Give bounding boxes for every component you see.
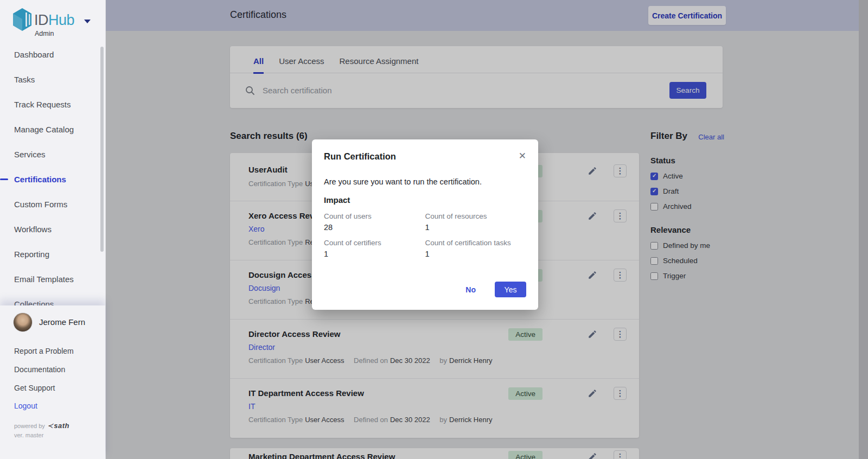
version-label: ver. master	[14, 432, 43, 438]
app-name: IDHub	[34, 12, 74, 29]
role-label: Admin	[35, 30, 54, 37]
stat-value: 1	[425, 250, 527, 258]
sidebar-item-workflows[interactable]: Workflows	[0, 217, 106, 242]
sath-logo: sath	[45, 422, 69, 430]
stat-count-of-resources: Count of resources 1	[425, 212, 527, 232]
idhub-hexagon-icon	[11, 7, 33, 32]
report-problem-link[interactable]: Report a Problem	[14, 347, 74, 355]
sidebar-item-dashboard[interactable]: Dashboard	[0, 42, 106, 67]
app-logo[interactable]: IDHub Admin	[0, 5, 106, 38]
modal-message: Are you sure you want to run the certifi…	[324, 177, 526, 186]
impact-stats: Count of users 28 Count of resources 1 C…	[324, 212, 526, 258]
sidebar-item-certifications[interactable]: Certifications	[0, 167, 106, 192]
run-certification-modal: Run Certification ✕ Are you sure you wan…	[312, 139, 538, 310]
sidebar-item-track-requests[interactable]: Track Requests	[0, 92, 106, 117]
close-icon[interactable]: ✕	[519, 151, 526, 161]
stat-count-of-certification-tasks: Count of certification tasks 1	[425, 239, 527, 258]
sidebar-item-reporting[interactable]: Reporting	[0, 242, 106, 267]
main-area: Certifications Create Certification All …	[106, 0, 868, 459]
avatar[interactable]	[13, 313, 33, 332]
stat-value: 1	[425, 223, 527, 232]
stat-label: Count of certifiers	[324, 239, 425, 247]
app-name-hub: Hub	[48, 12, 74, 28]
sidebar-item-collections[interactable]: Collections	[0, 292, 106, 305]
modal-title: Run Certification	[324, 151, 396, 162]
sidebar-scrollbar[interactable]	[100, 47, 104, 252]
logout-link[interactable]: Logout	[14, 401, 37, 410]
user-name: Jerome Fern	[39, 317, 85, 327]
stat-label: Count of resources	[425, 212, 527, 220]
no-button[interactable]: No	[465, 285, 476, 294]
documentation-link[interactable]: Documentation	[14, 365, 65, 374]
sidebar: IDHub Admin Dashboard Tasks Track Reques…	[0, 0, 106, 459]
impact-heading: Impact	[324, 195, 526, 205]
stat-count-of-users: Count of users 28	[324, 212, 425, 232]
sidebar-user-panel: Jerome Fern Report a Problem Documentati…	[0, 305, 105, 459]
stat-value: 28	[324, 223, 425, 232]
sidebar-nav: Dashboard Tasks Track Requests Manage Ca…	[0, 42, 106, 305]
sidebar-item-manage-catalog[interactable]: Manage Catalog	[0, 117, 106, 142]
sidebar-item-tasks[interactable]: Tasks	[0, 67, 106, 92]
stat-value: 1	[324, 250, 425, 258]
sidebar-item-services[interactable]: Services	[0, 142, 106, 167]
app-name-id: ID	[34, 12, 48, 28]
sidebar-item-email-templates[interactable]: Email Templates	[0, 267, 106, 292]
powered-by: powered bysath	[14, 422, 69, 430]
get-support-link[interactable]: Get Support	[14, 384, 55, 392]
stat-label: Count of certification tasks	[425, 239, 527, 247]
powered-by-label: powered by	[14, 423, 45, 429]
yes-button[interactable]: Yes	[495, 282, 526, 297]
stat-count-of-certifiers: Count of certifiers 1	[324, 239, 425, 258]
chevron-down-icon[interactable]	[84, 20, 91, 23]
stat-label: Count of users	[324, 212, 425, 220]
sidebar-item-custom-forms[interactable]: Custom Forms	[0, 192, 106, 217]
